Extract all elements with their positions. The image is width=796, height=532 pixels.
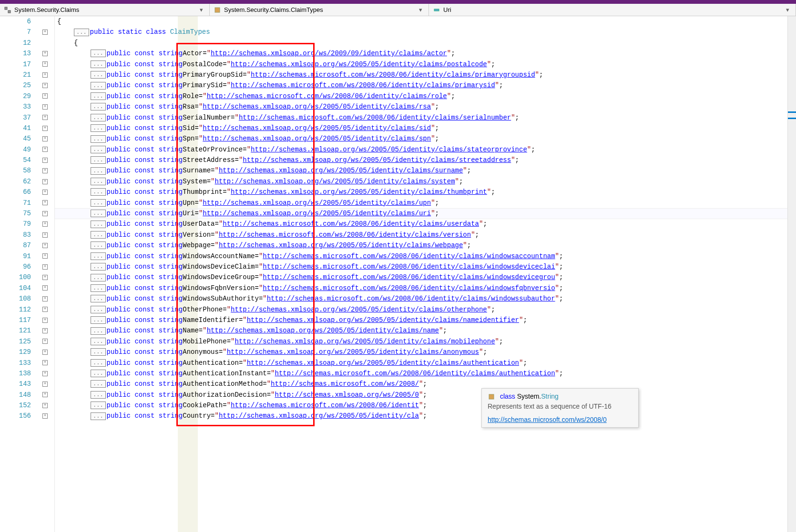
code-line[interactable]: ...public const string WindowsSubAuthori… bbox=[55, 293, 796, 304]
fold-toggle[interactable]: + bbox=[42, 190, 48, 195]
url-link[interactable]: http://schemas.xmlsoap.org/ws/2005/05/id… bbox=[251, 144, 527, 155]
url-link[interactable]: http://schemas.xmlsoap.org/ws/2005/05/id… bbox=[231, 187, 487, 197]
url-link[interactable]: http://schemas.xmlsoap.org/ws/2005/05/id… bbox=[203, 101, 431, 112]
fold-toggle[interactable]: + bbox=[42, 328, 48, 333]
fold-toggle[interactable]: + bbox=[42, 307, 48, 312]
fold-toggle[interactable]: + bbox=[42, 93, 48, 99]
code-line[interactable]: ...public const string Name = "http://sc… bbox=[55, 325, 796, 336]
collapsed-region[interactable]: ... bbox=[91, 284, 106, 292]
code-editor[interactable]: 6712131721252933374145495458626671757983… bbox=[0, 16, 796, 532]
fold-toggle[interactable]: + bbox=[42, 83, 48, 88]
url-link[interactable]: http://schemas.xmlsoap.org/ws/2005/05/id… bbox=[203, 208, 431, 219]
url-link[interactable]: http://schemas.xmlsoap.org/ws/2005/05/id… bbox=[235, 336, 495, 347]
url-link[interactable]: http://schemas.xmlsoap.org/ws/2005/05/id… bbox=[214, 176, 455, 187]
collapsed-region[interactable]: ... bbox=[91, 114, 106, 121]
fold-toggle[interactable]: + bbox=[42, 72, 48, 78]
collapsed-region[interactable]: ... bbox=[91, 241, 106, 249]
fold-toggle[interactable]: + bbox=[42, 51, 48, 56]
url-link[interactable]: http://schemas.microsoft.com/ws/2008/06/… bbox=[219, 230, 471, 240]
collapsed-region[interactable]: ... bbox=[91, 263, 106, 271]
collapsed-region[interactable]: ... bbox=[91, 295, 106, 302]
fold-toggle[interactable]: + bbox=[42, 413, 48, 419]
url-link[interactable]: http://schemas.xmlsoap.org/ws/2009/09/id… bbox=[211, 48, 447, 59]
collapsed-region[interactable]: ... bbox=[74, 29, 89, 36]
namespace-dropdown[interactable]: System.Security.Claims ▾ bbox=[0, 4, 210, 16]
collapsed-region[interactable]: ... bbox=[91, 402, 106, 409]
code-line[interactable]: ...public const string WindowsAccountNam… bbox=[55, 251, 796, 261]
code-line[interactable]: ...public const string WindowsDeviceGrou… bbox=[55, 272, 796, 282]
fold-toggle[interactable]: + bbox=[42, 104, 48, 110]
collapsed-region[interactable]: ... bbox=[91, 156, 106, 164]
url-link[interactable]: http://schemas.microsoft.com/ws/2008/06/… bbox=[267, 293, 555, 304]
code-line[interactable]: ...public const string WindowsFqbnVersio… bbox=[55, 283, 796, 293]
code-line[interactable]: ...public const string WindowsDeviceClai… bbox=[55, 261, 796, 272]
collapsed-region[interactable]: ... bbox=[91, 221, 106, 228]
collapsed-region[interactable]: ... bbox=[91, 370, 106, 377]
code-line[interactable]: ...public const string Surname = "http:/… bbox=[55, 165, 796, 176]
collapsed-region[interactable]: ... bbox=[91, 380, 106, 388]
url-link[interactable]: http://schemas.microsoft.com/ws/2008/06/… bbox=[231, 80, 495, 90]
url-link[interactable]: http://schemas.microsoft.com/ws/2008/06/… bbox=[223, 219, 479, 229]
collapsed-region[interactable]: ... bbox=[91, 124, 106, 132]
fold-toggle[interactable]: + bbox=[42, 147, 48, 152]
url-link[interactable]: http://schemas.microsoft.com/ws/2008/06/… bbox=[239, 112, 511, 123]
code-line[interactable]: ...public const string Country = "http:/… bbox=[55, 411, 796, 421]
url-link[interactable]: http://schemas.xmlsoap.org/ws/2005/05/id… bbox=[219, 240, 463, 251]
code-line[interactable]: ...public const string OtherPhone = "htt… bbox=[55, 304, 796, 315]
collapsed-region[interactable]: ... bbox=[91, 252, 106, 260]
fold-toggle[interactable]: + bbox=[42, 221, 48, 227]
code-line[interactable]: ...public const string PrimaryGroupSid =… bbox=[55, 70, 796, 80]
url-link[interactable]: http://schemas.xmlsoap.org/ws/2005/05/id… bbox=[207, 325, 439, 336]
code-line[interactable]: ...public const string Anonymous = "http… bbox=[55, 347, 796, 357]
code-line[interactable]: ...public const string Sid = "http://sch… bbox=[55, 123, 796, 133]
code-line[interactable]: ...public const string PrimarySid = "htt… bbox=[55, 80, 796, 90]
url-link[interactable]: http://schemas.xmlsoap.org/ws/2005/05/id… bbox=[219, 165, 463, 176]
code-line[interactable]: ...public const string System = "http://… bbox=[55, 176, 796, 187]
collapsed-region[interactable]: ... bbox=[91, 71, 106, 79]
collapsed-region[interactable]: ... bbox=[91, 178, 106, 185]
collapsed-region[interactable]: ... bbox=[91, 188, 106, 196]
url-link[interactable]: http://schemas.microsoft.com/ws/2008/06/… bbox=[251, 70, 535, 80]
url-link[interactable]: http://schemas.microsoft.com/ws/2008/ bbox=[271, 379, 419, 389]
fold-toggle[interactable]: + bbox=[42, 168, 48, 173]
code-line[interactable]: ...public const string PostalCode = "htt… bbox=[55, 59, 796, 70]
code-line[interactable]: ...public const string StateOrProvince =… bbox=[55, 144, 796, 155]
fold-toggle[interactable]: + bbox=[42, 211, 48, 216]
class-dropdown[interactable]: System.Security.Claims.ClaimTypes ▾ bbox=[210, 4, 429, 16]
fold-toggle[interactable]: + bbox=[42, 318, 48, 323]
url-link[interactable]: http://schemas.xmlsoap.org/ws/2005/05/id… bbox=[203, 123, 431, 133]
collapsed-region[interactable]: ... bbox=[91, 316, 106, 324]
code-line[interactable]: ...public const string SerialNumber = "h… bbox=[55, 112, 796, 123]
collapsed-region[interactable]: ... bbox=[91, 412, 106, 420]
url-link[interactable]: http://schemas.microsoft.com/ws/2008/06/… bbox=[263, 261, 555, 272]
url-link[interactable]: http://schemas.microsoft.com/ws/2008/06/… bbox=[263, 251, 555, 261]
url-link[interactable]: http://schemas.xmlsoap.org/ws/2005/05/id… bbox=[243, 155, 511, 165]
url-link[interactable]: http://schemas.xmlsoap.org/ws/2005/05/id… bbox=[203, 198, 431, 208]
collapsed-region[interactable]: ... bbox=[91, 146, 106, 153]
code-line[interactable]: ...public const string Version = "http:/… bbox=[55, 230, 796, 240]
code-line[interactable]: ...public const string Spn = "http://sch… bbox=[55, 133, 796, 144]
code-line[interactable]: ...public const string Actor = "http://s… bbox=[55, 48, 796, 59]
fold-toggle[interactable]: + bbox=[42, 115, 48, 120]
member-dropdown[interactable]: Uri ▾ bbox=[429, 4, 796, 16]
collapsed-region[interactable]: ... bbox=[91, 306, 106, 313]
fold-toggle[interactable]: + bbox=[42, 264, 48, 270]
collapsed-region[interactable]: ... bbox=[91, 167, 106, 175]
collapsed-region[interactable]: ... bbox=[91, 391, 106, 399]
code-line[interactable]: { bbox=[55, 16, 796, 27]
collapsed-region[interactable]: ... bbox=[91, 274, 106, 281]
code-line[interactable]: ...public const string Role = "http://sc… bbox=[55, 91, 796, 101]
fold-toggle[interactable]: + bbox=[42, 275, 48, 280]
url-link[interactable]: http://schemas.xmlsoap.org/ws/2005/05/id… bbox=[231, 304, 487, 315]
url-link[interactable]: http://schemas.xmlsoap.org/ws/2005/05/id… bbox=[219, 411, 419, 421]
fold-toggle[interactable]: + bbox=[42, 179, 48, 184]
code-line[interactable]: ...public const string UserData = "http:… bbox=[55, 219, 796, 229]
url-link[interactable]: http://schemas.xmlsoap.org/ws/2005/05/id… bbox=[227, 347, 479, 357]
code-line[interactable]: ...public const string Uri = "http://sch… bbox=[55, 208, 796, 219]
code-line[interactable]: ...public const string Upn = "http://sch… bbox=[55, 198, 796, 208]
collapsed-region[interactable]: ... bbox=[91, 338, 106, 345]
url-link[interactable]: http://schemas.microsoft.com/ws/2008/06/… bbox=[275, 368, 555, 379]
code-line[interactable]: ...public const string Rsa = "http://sch… bbox=[55, 101, 796, 112]
code-line[interactable]: ...public const string Webpage = "http:/… bbox=[55, 240, 796, 251]
collapsed-region[interactable]: ... bbox=[91, 359, 106, 367]
